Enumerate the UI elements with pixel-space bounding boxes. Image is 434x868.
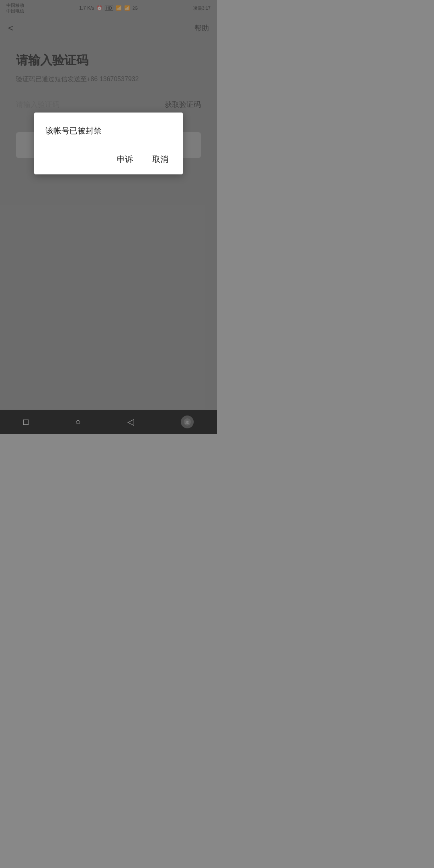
cancel-button[interactable]: 取消: [149, 152, 172, 166]
dialog-actions: 申诉 取消: [45, 152, 172, 166]
dialog-message: 该帐号已被封禁: [45, 125, 172, 136]
dialog: 该帐号已被封禁 申诉 取消: [34, 113, 183, 174]
appeal-button[interactable]: 申诉: [114, 152, 136, 166]
dialog-overlay: 该帐号已被封禁 申诉 取消: [0, 0, 217, 434]
